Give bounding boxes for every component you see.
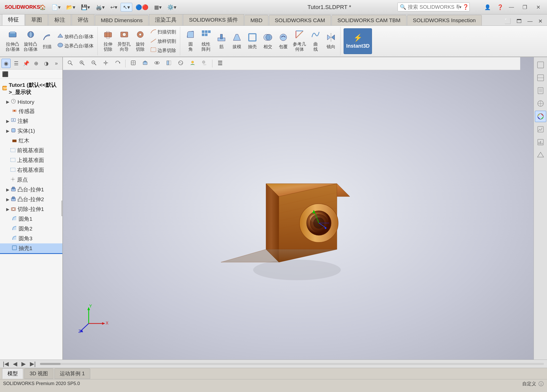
restore-btn[interactable]: ❐ xyxy=(519,3,531,12)
linear-pattern-btn[interactable]: 线性阵列 xyxy=(199,29,213,53)
qa-print-btn[interactable]: 🖨️▾ xyxy=(93,3,107,12)
tree-item-shell1[interactable]: 抽壳1 xyxy=(0,243,62,254)
tree-item-fillet2[interactable]: 圆角2 xyxy=(0,224,62,234)
display-style-btn[interactable] xyxy=(140,59,150,68)
curves-btn[interactable]: 曲线 xyxy=(308,29,323,53)
shadow-btn[interactable] xyxy=(199,59,210,68)
sweep-btn[interactable]: 扫描 xyxy=(40,31,54,51)
tree-item-top-plane[interactable]: 上视基准面 xyxy=(0,155,62,165)
tree-item-front-plane[interactable]: 前视基准面 xyxy=(0,146,62,155)
fillet-btn[interactable]: 圆角 xyxy=(183,29,198,53)
tree-item-annotations[interactable]: ▶ A 注解 xyxy=(0,116,62,126)
scene-btn[interactable] xyxy=(187,59,198,68)
qa-open-btn[interactable]: 📂▾ xyxy=(64,3,78,12)
revolved-boss-btn[interactable]: 旋转凸台/基体 xyxy=(22,29,39,53)
tab-3dview[interactable]: 3D 视图 xyxy=(24,368,53,379)
qa-home-btn[interactable]: 🏠 xyxy=(37,3,48,12)
mirror-btn[interactable]: 镜向 xyxy=(324,31,338,51)
view-orient-btn[interactable] xyxy=(128,59,138,68)
rp-custom-btn[interactable] xyxy=(535,98,546,109)
tree-item-boss2[interactable]: ▶ 凸台-拉伸2 xyxy=(0,194,62,204)
rp-appearance-btn[interactable] xyxy=(535,59,546,71)
tab-model[interactable]: 模型 xyxy=(2,368,23,379)
ft-home-btn[interactable]: ◉ xyxy=(2,59,11,68)
tree-item-right-plane[interactable]: 右视基准面 xyxy=(0,165,62,175)
tab-evaluate[interactable]: 评估 xyxy=(72,14,94,25)
qa-undo-btn[interactable]: ↩▾ xyxy=(108,3,120,12)
rp-custom2-btn[interactable] xyxy=(535,149,546,161)
tab-sw-cam-tbm[interactable]: SOLIDWORKS CAM TBM xyxy=(331,15,407,25)
close-btn[interactable]: ✕ xyxy=(533,3,544,12)
rib-btn[interactable]: 筋 xyxy=(214,31,229,51)
rp-simulation-btn[interactable] xyxy=(535,124,546,135)
shell-btn[interactable]: 抽壳 xyxy=(245,31,260,51)
scroll-prev-btn[interactable]: ◀ xyxy=(11,360,19,368)
ribbon-expand-btn[interactable]: ⬜ xyxy=(502,17,513,25)
rp-data-btn[interactable] xyxy=(535,137,546,148)
pan-btn[interactable] xyxy=(101,59,111,68)
horizontal-scrollbar[interactable] xyxy=(40,363,544,365)
ft-more-btn[interactable]: » xyxy=(52,59,61,68)
tree-item-fillet1[interactable]: 圆角1 xyxy=(0,214,62,224)
search-bar[interactable]: 🔍 ▾ ❓ xyxy=(397,3,470,11)
tree-item-boss1[interactable]: ▶ 凸台-拉伸1 xyxy=(0,185,62,194)
tree-item-cut1[interactable]: ▶ 切除-拉伸1 xyxy=(0,204,62,214)
zoom-to-fit-btn[interactable] xyxy=(65,59,75,68)
user-icon[interactable]: 👤 xyxy=(482,3,493,12)
scroll-last-btn[interactable]: ▶| xyxy=(28,360,38,368)
tree-item-sensor[interactable]: 传感器 xyxy=(0,106,62,116)
ft-pin-btn[interactable]: 📌 xyxy=(22,59,31,68)
tab-sw-addins[interactable]: SOLIDWORKS 插件 xyxy=(183,14,244,25)
hole-wizard-btn[interactable]: 异型孔向导 xyxy=(116,29,132,53)
minimize-btn[interactable]: — xyxy=(506,3,517,12)
qa-display-btn[interactable]: ▦▾ xyxy=(152,3,164,12)
revolved-cut-btn[interactable]: 旋转切除 xyxy=(133,29,147,53)
search-help-icon[interactable]: ❓ xyxy=(462,4,469,10)
scroll-first-btn[interactable]: |◀ xyxy=(1,360,11,368)
hide-show-btn[interactable] xyxy=(152,59,162,68)
boundary-cut-btn[interactable]: 边界切除 xyxy=(148,46,178,55)
section-view-btn[interactable] xyxy=(164,59,174,68)
ribbon-restore-btn[interactable]: 🗖 xyxy=(514,17,524,25)
tab-sketch[interactable]: 草图 xyxy=(25,14,48,25)
ft-list-btn[interactable]: ☰ xyxy=(12,59,21,68)
tree-root[interactable]: SW Tutor1 (默认<<默认>_显示状 xyxy=(0,80,62,97)
tab-sw-inspection[interactable]: SOLIDWORKS Inspection xyxy=(407,15,482,25)
rp-color-btn[interactable] xyxy=(535,111,546,122)
tree-item-origin[interactable]: 原点 xyxy=(0,175,62,185)
scroll-next-btn[interactable]: ▶ xyxy=(20,360,28,368)
lofted-cut-btn[interactable]: 放样切割 xyxy=(148,37,178,46)
qa-rebuild-btn[interactable]: 🔵🔴 xyxy=(133,3,151,12)
sweep-cut-btn[interactable]: 扫描切割 xyxy=(148,28,178,36)
realview-btn[interactable] xyxy=(176,59,186,68)
rotate-btn[interactable] xyxy=(112,59,123,68)
qa-new-btn[interactable]: 📄▾ xyxy=(49,3,63,12)
ft-crosshair-btn[interactable]: ⊕ xyxy=(32,59,41,68)
tree-item-fillet3[interactable]: 圆角3 xyxy=(0,234,62,243)
tab-render[interactable]: 渲染工具 xyxy=(149,14,183,25)
rp-view-btn[interactable] xyxy=(535,72,546,83)
lofted-boss-btn[interactable]: 放样凸台/基体 xyxy=(55,32,95,41)
tree-item-history[interactable]: ▶ History xyxy=(0,97,62,106)
tab-feature[interactable]: 特征 xyxy=(2,14,25,25)
qa-options-btn[interactable]: ⚙️▾ xyxy=(165,3,179,12)
ribbon-minimize-btn[interactable]: — xyxy=(525,17,535,25)
tab-mbd[interactable]: MBD xyxy=(244,15,268,25)
view-settings-btn[interactable] xyxy=(215,59,225,68)
ref-geom-btn[interactable]: 参考几何体 xyxy=(292,29,307,53)
tab-motion[interactable]: 运动算例 1 xyxy=(54,368,90,379)
zoom-in-btn[interactable] xyxy=(77,59,87,68)
instant3d-btn[interactable]: ⚡ Instant3D xyxy=(344,28,372,54)
boundary-boss-btn[interactable]: 边界凸台/基体 xyxy=(55,41,95,50)
help-btn[interactable]: ❓ xyxy=(495,3,506,12)
tab-sw-cam[interactable]: SOLIDWORKS CAM xyxy=(269,15,331,25)
qa-save-btn[interactable]: 💾▾ xyxy=(79,3,92,12)
search-dropdown-icon[interactable]: ▾ xyxy=(459,5,461,10)
viewport[interactable]: Y X Z xyxy=(63,57,534,360)
ft-color-btn[interactable]: ◑ xyxy=(42,59,51,68)
qa-select-btn[interactable]: ↖▾ xyxy=(121,3,132,12)
tree-item-hongmu[interactable]: 红木 xyxy=(0,136,62,146)
tree-item-solid-bodies[interactable]: ▶ 实体(1) xyxy=(0,126,62,136)
ribbon-close-btn[interactable]: ✕ xyxy=(536,17,545,25)
tab-markup[interactable]: 标注 xyxy=(48,14,71,25)
